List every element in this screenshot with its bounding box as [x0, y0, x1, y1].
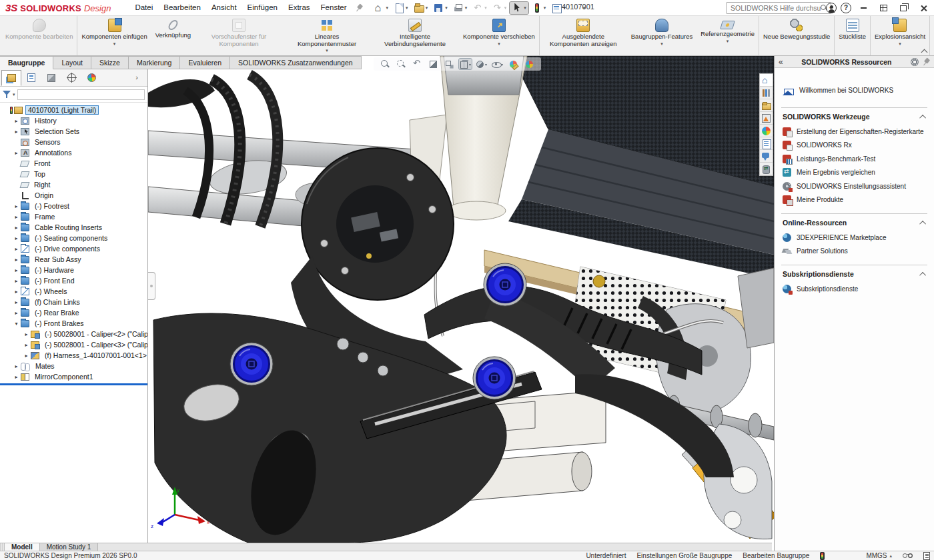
- quick-access-button[interactable]: ▾: [392, 2, 410, 14]
- ribbon-collapse-icon[interactable]: [921, 49, 927, 53]
- section-header-subscription[interactable]: Subskriptionsdienste: [783, 265, 926, 282]
- feature-manager-tab[interactable]: [41, 70, 61, 86]
- tree-item-label[interactable]: Annotations: [32, 148, 74, 157]
- tree-item[interactable]: Origin: [0, 190, 147, 201]
- view-tool-button[interactable]: [475, 59, 488, 69]
- tree-item[interactable]: ▸ Rear Sub Assy: [0, 254, 147, 265]
- task-pane-item[interactable]: Subskriptionsdienste: [783, 282, 926, 296]
- tree-filter-input[interactable]: [17, 89, 145, 100]
- tree-item-label[interactable]: (-) 50028001 - Caliper<2> ("Caliper"): [42, 329, 147, 339]
- tree-item-label[interactable]: (-) Wheels: [32, 287, 69, 296]
- tree-item[interactable]: ▸ Selection Sets: [0, 126, 147, 137]
- tree-expander-icon[interactable]: ▸: [13, 214, 20, 220]
- task-pane-item[interactable]: Erstellung der Eigenschaften-Registerkar…: [783, 125, 926, 139]
- tree-item-label[interactable]: (-) Hardware: [32, 265, 77, 275]
- glasses-icon[interactable]: [903, 553, 913, 559]
- ribbon-button[interactable]: Referenzgeometrie ▾: [696, 16, 759, 55]
- chevron-down-icon[interactable]: ▾: [386, 5, 389, 11]
- tree-item[interactable]: ▸ (-) Front End: [0, 275, 147, 286]
- filter-dropdown-icon[interactable]: ▾: [13, 92, 15, 97]
- ribbon-button[interactable]: Stückliste ▾: [834, 16, 870, 55]
- tree-expander-icon[interactable]: ▸: [13, 267, 20, 273]
- rollback-bar[interactable]: [0, 383, 147, 385]
- close-button[interactable]: [915, 1, 931, 15]
- ribbon-button[interactable]: Baugruppen-Features ▾: [627, 16, 696, 55]
- task-pane-tab[interactable]: [760, 163, 773, 175]
- menubar-item[interactable]: Einfügen: [242, 0, 283, 15]
- chevron-down-icon[interactable]: ▾: [504, 5, 507, 11]
- task-pane-tab[interactable]: [760, 112, 773, 125]
- pin-menubar-icon[interactable]: [353, 2, 364, 13]
- chevron-down-icon[interactable]: ▾: [445, 5, 448, 11]
- task-pane-item[interactable]: SOLIDWORKS Einstellungsassistent: [783, 179, 926, 193]
- task-pane-item[interactable]: 3DEXPERIENCE Marketplace: [783, 231, 926, 245]
- view-tool-button[interactable]: [491, 59, 504, 69]
- task-pane-item[interactable]: Meine Produkte: [783, 193, 926, 207]
- tree-item-label[interactable]: Top: [31, 169, 48, 179]
- tree-expander-icon[interactable]: ▾: [13, 321, 20, 327]
- tree-expander-icon[interactable]: ▸: [13, 257, 20, 263]
- tree-item[interactable]: Front: [0, 158, 147, 169]
- tree-item-label[interactable]: Selection Sets: [32, 127, 82, 136]
- tree-expander-icon[interactable]: ▸: [13, 374, 20, 380]
- tree-expander-icon[interactable]: ▸: [13, 278, 20, 284]
- carbon-fiber-panel[interactable]: [508, 56, 774, 279]
- tree-item[interactable]: ▸ (f) Chain Links: [0, 297, 147, 307]
- tree-item[interactable]: ▸ (-) Seating components: [0, 233, 147, 243]
- help-search-input[interactable]: [727, 4, 821, 12]
- tree-item-label[interactable]: (f) Chain Links: [32, 297, 83, 307]
- chevron-down-icon[interactable]: ▾: [524, 5, 526, 11]
- view-tool-button[interactable]: [507, 59, 520, 69]
- tree-item-label[interactable]: (-) Drive components: [32, 244, 103, 253]
- graphics-area[interactable]: x y z: [148, 56, 774, 543]
- tree-expander-icon[interactable]: ▸: [13, 363, 20, 369]
- tree-expander-icon[interactable]: ▸: [13, 289, 20, 295]
- command-tab[interactable]: Markierung: [129, 56, 181, 69]
- view-tool-button[interactable]: [459, 59, 472, 69]
- tree-item-label[interactable]: Rear Sub Assy: [32, 255, 83, 264]
- quick-access-button[interactable]: ▾: [372, 2, 391, 14]
- tree-item[interactable]: ▸ Annotations: [0, 147, 147, 158]
- tree-item-label[interactable]: (-) Front Brakes: [32, 319, 87, 328]
- tree-item-label[interactable]: Right: [31, 180, 53, 189]
- tree-item-label[interactable]: (-) Rear Brake: [32, 308, 82, 317]
- tree-item[interactable]: Sensors: [0, 137, 147, 147]
- ribbon-button[interactable]: Komponenten einfügen ▾: [77, 16, 151, 55]
- tree-expander-icon[interactable]: ▸: [13, 310, 20, 316]
- performance-status-icon[interactable]: [820, 552, 825, 560]
- head-tube[interactable]: [440, 56, 527, 220]
- tree-item[interactable]: ▸ Cable Routing Inserts: [0, 222, 147, 233]
- chevron-up-icon[interactable]: [919, 271, 926, 278]
- chevron-down-icon[interactable]: ▾: [426, 5, 428, 11]
- chevron-up-icon[interactable]: [919, 114, 926, 121]
- tree-item-label[interactable]: History: [32, 116, 59, 125]
- tree-item-label[interactable]: (f) Harness_1-40107001-001<1> ("Cable"): [42, 351, 147, 360]
- task-pane-item[interactable]: Leistungs-Benchmark-Test: [783, 152, 926, 166]
- ribbon-button[interactable]: Neue Bewegungsstudie ▾: [759, 16, 834, 55]
- tree-expander-icon[interactable]: ▸: [23, 342, 30, 348]
- task-pane-item[interactable]: SOLIDWORKS Rx: [783, 139, 926, 153]
- ribbon-button[interactable]: Lineares Komponentenmuster ▾: [283, 16, 371, 55]
- tree-item[interactable]: ▸ Mates: [0, 361, 147, 371]
- tree-item[interactable]: ▸ (-) Rear Brake: [0, 307, 147, 318]
- tree-item-label[interactable]: (-) 50028001 - Caliper<3> ("Caliper"): [42, 340, 147, 349]
- account-icon[interactable]: [826, 3, 837, 13]
- command-tab[interactable]: Skizze: [91, 56, 129, 69]
- tree-expander-icon[interactable]: ▸: [13, 246, 20, 252]
- command-tab[interactable]: Layout: [53, 56, 91, 69]
- feature-manager-tab[interactable]: [81, 70, 101, 86]
- tree-item-label[interactable]: Cable Routing Inserts: [32, 223, 105, 232]
- quick-access-button[interactable]: ▾: [490, 2, 509, 14]
- tags-icon[interactable]: [923, 552, 930, 560]
- tree-item[interactable]: ▸ (f) Harness_1-40107001-001<1> ("Cable"…: [0, 350, 147, 361]
- feature-manager-tab[interactable]: [1, 70, 21, 86]
- ribbon-button[interactable]: Instant3D ▾: [929, 16, 934, 55]
- tree-item-label[interactable]: (-) Footrest: [32, 201, 72, 211]
- welcome-link[interactable]: Willkommen bei SOLIDWORKS: [783, 85, 926, 95]
- tree-expander-icon[interactable]: ▸: [13, 225, 20, 231]
- tree-expander-icon[interactable]: ▸: [13, 203, 20, 209]
- chevron-down-icon[interactable]: ▾: [484, 5, 487, 11]
- tree-item[interactable]: Right: [0, 179, 147, 190]
- task-pane-tab[interactable]: [760, 87, 773, 99]
- chevron-down-icon[interactable]: ▾: [406, 5, 408, 11]
